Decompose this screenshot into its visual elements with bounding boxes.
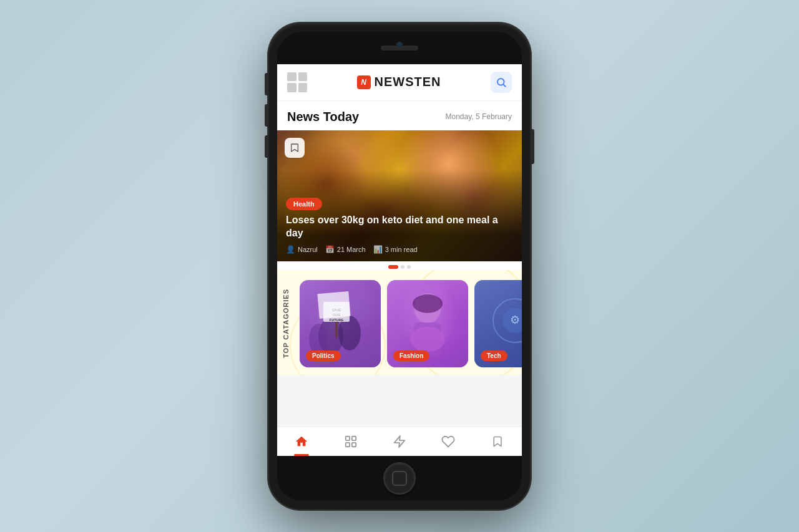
content-area: News Today Monday, 5 February Health Los… — [277, 101, 522, 427]
article-category-badge: Health — [286, 198, 322, 210]
home-button[interactable] — [383, 462, 416, 495]
search-icon — [496, 77, 507, 88]
nav-trending[interactable] — [375, 432, 424, 453]
article-date: 📅 21 March — [325, 245, 366, 254]
category-card-fashion[interactable]: Fashion — [387, 280, 468, 367]
nav-favorites[interactable] — [424, 432, 473, 453]
home-button-inner — [392, 471, 407, 486]
category-card-tech[interactable]: ⚙ Tech — [474, 280, 522, 367]
home-icon — [295, 435, 308, 451]
article-author: 👤 Nazrul — [286, 245, 318, 254]
svg-point-14 — [410, 327, 445, 352]
grid-dot-4 — [298, 83, 308, 92]
dot-3 — [407, 265, 411, 269]
trending-icon — [393, 435, 406, 451]
heart-icon — [441, 435, 455, 451]
categories-section: TOP CATAGORIES — [277, 270, 522, 375]
svg-point-13 — [413, 294, 443, 313]
article-title: Loses over 30kg on keto diet and one mea… — [286, 214, 513, 240]
svg-text:FUTURE: FUTURE — [330, 318, 344, 322]
phone-frame: N NEWSTEN News Today Monday, 5 February — [268, 23, 531, 510]
nav-categories[interactable] — [326, 432, 375, 453]
author-icon: 👤 — [286, 245, 295, 254]
svg-text:SAVE: SAVE — [332, 308, 341, 312]
grid-dot-1 — [287, 72, 297, 82]
logo-icon: N — [357, 75, 371, 89]
front-camera — [396, 42, 403, 48]
logo-icon-letter: N — [361, 78, 366, 87]
article-read-time: 📊 3 min read — [373, 245, 418, 254]
phone-bezel-bottom — [277, 456, 522, 501]
featured-article[interactable]: Health Loses over 30kg on keto diet and … — [277, 130, 522, 261]
search-button[interactable] — [491, 72, 512, 93]
category-card-politics[interactable]: SAVE OUR FUTURE Politics — [300, 280, 381, 367]
svg-rect-9 — [335, 322, 338, 337]
menu-button[interactable] — [287, 72, 307, 92]
dot-1 — [388, 265, 398, 269]
tech-label: Tech — [481, 351, 507, 361]
top-categories-label: TOP CATAGORIES — [277, 289, 297, 358]
news-today-header: News Today Monday, 5 February — [277, 101, 522, 130]
nav-home[interactable] — [277, 432, 326, 453]
article-date-text: 21 March — [337, 246, 366, 253]
fashion-label: Fashion — [393, 351, 429, 361]
politics-label: Politics — [306, 351, 341, 361]
slide-dots — [277, 261, 522, 270]
categories-icon — [344, 435, 358, 451]
news-today-title: News Today — [287, 110, 359, 124]
phone-inner: N NEWSTEN News Today Monday, 5 February — [277, 32, 522, 501]
svg-rect-19 — [345, 436, 349, 440]
app-header: N NEWSTEN — [277, 64, 522, 101]
article-overlay: Health Loses over 30kg on keto diet and … — [277, 191, 522, 261]
phone-bezel-top — [277, 32, 522, 64]
calendar-icon: 📅 — [325, 245, 335, 254]
author-name: Nazrul — [298, 246, 318, 253]
bottom-navigation — [277, 427, 522, 456]
svg-rect-20 — [351, 436, 355, 440]
app-screen: N NEWSTEN News Today Monday, 5 February — [277, 64, 522, 456]
svg-rect-22 — [351, 442, 355, 446]
article-meta: 👤 Nazrul 📅 21 March 📊 3 min read — [286, 245, 513, 254]
svg-rect-21 — [345, 442, 349, 446]
nav-bookmark-icon — [491, 435, 504, 451]
readtime-icon: 📊 — [373, 245, 383, 254]
dot-2 — [401, 265, 404, 269]
news-today-date: Monday, 5 February — [446, 112, 512, 121]
nav-bookmarks[interactable] — [473, 432, 522, 453]
read-time-text: 3 min read — [385, 246, 418, 253]
logo-text: NEWSTEN — [375, 75, 441, 89]
bookmark-button[interactable] — [285, 138, 305, 158]
svg-text:OUR: OUR — [333, 313, 340, 317]
app-logo: N NEWSTEN — [357, 75, 441, 89]
grid-dot-3 — [287, 83, 297, 92]
svg-text:⚙: ⚙ — [510, 314, 520, 326]
categories-scroll[interactable]: SAVE OUR FUTURE Politics — [297, 280, 522, 367]
categories-inner: TOP CATAGORIES — [277, 280, 522, 367]
grid-dot-2 — [298, 72, 308, 82]
bookmark-icon — [290, 143, 300, 153]
